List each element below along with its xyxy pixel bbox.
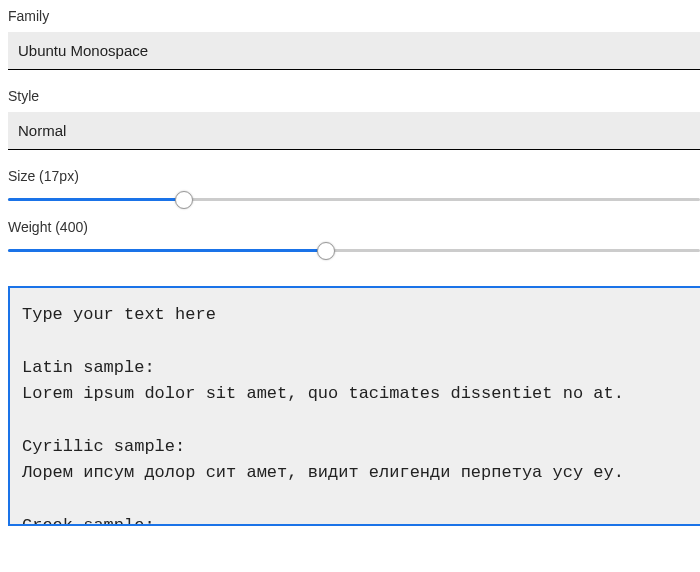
weight-slider-fill [8,249,326,252]
weight-slider-thumb[interactable] [317,242,335,260]
style-select[interactable]: Normal [8,112,700,150]
size-slider-fill [8,198,184,201]
size-label: Size (17px) [8,168,700,184]
style-label: Style [8,88,700,104]
size-slider-thumb[interactable] [175,191,193,209]
size-field: Size (17px) [8,168,700,201]
preview-textarea[interactable]: Type your text here Latin sample: Lorem … [8,286,700,526]
family-field: Family Ubuntu Monospace [8,8,700,70]
size-slider[interactable] [8,198,700,201]
family-select[interactable]: Ubuntu Monospace [8,32,700,70]
style-field: Style Normal [8,88,700,150]
weight-label: Weight (400) [8,219,700,235]
family-label: Family [8,8,700,24]
weight-slider[interactable] [8,249,700,252]
weight-field: Weight (400) [8,219,700,252]
